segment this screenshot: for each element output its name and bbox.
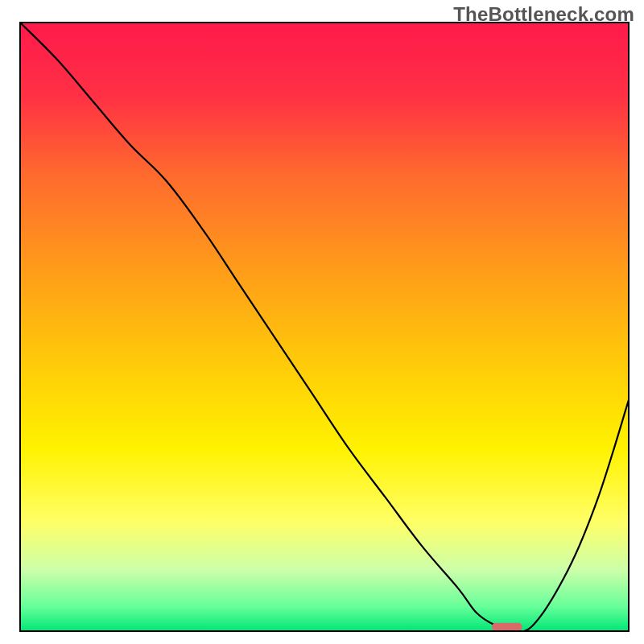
bottleneck-chart: TheBottleneck.com — [0, 0, 644, 644]
watermark-text: TheBottleneck.com — [453, 3, 634, 26]
optimal-marker — [492, 623, 522, 631]
gradient-background — [20, 23, 629, 631]
chart-svg — [0, 0, 644, 644]
